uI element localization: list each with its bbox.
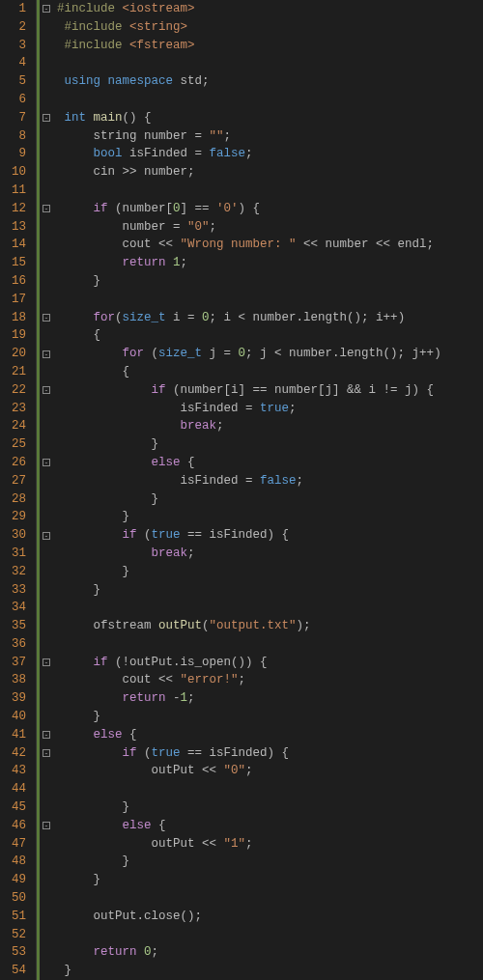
code-line[interactable] [57,635,483,654]
code-line[interactable]: else { [57,454,483,472]
fold-toggle-icon[interactable]: - [40,109,53,127]
code-line[interactable]: else { [57,726,483,744]
code-content[interactable]: #include <iostream> #include <string> #i… [53,0,483,980]
code-line[interactable]: { [57,326,483,345]
fold-spacer [40,182,53,200]
code-line[interactable]: if (!outPut.is_open()) { [57,654,483,672]
code-line[interactable] [57,91,483,109]
line-number: 51 [0,908,26,926]
code-token: ( [137,746,152,760]
code-token: cout << [57,673,181,686]
fold-toggle-icon[interactable]: - [40,345,53,363]
code-line[interactable]: using namespace std; [57,72,483,91]
code-line[interactable]: } [57,272,483,291]
fold-toggle-icon[interactable]: - [40,817,53,835]
code-line[interactable] [57,54,483,72]
code-line[interactable]: break; [57,417,483,435]
fold-toggle-icon[interactable]: - [40,0,53,18]
code-token: ; i < number.length(); i++) [210,311,406,324]
code-line[interactable] [57,599,483,617]
code-line[interactable]: } [57,798,483,817]
code-token: 0 [173,202,181,215]
code-token [57,945,94,959]
code-line[interactable]: } [57,708,483,726]
line-number: 27 [0,472,26,490]
fold-toggle-icon[interactable]: - [40,654,53,672]
fold-toggle-icon[interactable]: - [40,526,53,545]
code-token [57,202,94,215]
fold-spacer [40,417,53,435]
code-line[interactable]: } [57,563,483,581]
line-number: 53 [0,943,26,962]
code-token: for [123,347,145,360]
code-token [57,819,123,832]
line-number: 19 [0,326,26,345]
code-line[interactable]: bool isFinded = false; [57,145,483,163]
code-line[interactable] [57,780,483,798]
code-line[interactable]: outPut.close(); [57,908,483,926]
code-line[interactable]: outPut << "1"; [57,835,483,854]
code-token: 0 [144,945,152,959]
fold-spacer [40,435,53,454]
code-line[interactable]: if (true == isFinded) { [57,744,483,763]
code-line[interactable]: return -1; [57,689,483,708]
fold-spacer [40,72,53,91]
code-line[interactable]: cout << "error!"; [57,671,483,689]
line-number: 16 [0,272,26,291]
code-line[interactable]: } [57,508,483,526]
code-line[interactable]: if (number[0] == '0') { [57,200,483,218]
code-line[interactable]: int main() { [57,109,483,127]
code-token: true [260,402,289,415]
fold-toggle-icon[interactable]: - [40,381,53,400]
fold-toggle-icon[interactable]: - [40,200,53,218]
code-line[interactable]: outPut << "0"; [57,762,483,780]
code-line[interactable]: break; [57,545,483,563]
code-line[interactable] [57,926,483,944]
fold-toggle-icon[interactable]: - [40,726,53,744]
code-line[interactable]: return 1; [57,254,483,272]
fold-spacer [40,254,53,272]
code-token: ; [152,945,159,959]
code-line[interactable]: if (number[i] == number[j] && i != j) { [57,381,483,400]
code-line[interactable]: } [57,871,483,889]
code-token: () { [123,111,152,125]
code-line[interactable]: for (size_t j = 0; j < number.length(); … [57,345,483,363]
code-line[interactable]: if (true == isFinded) { [57,526,483,545]
code-line[interactable]: cout << "Wrong number: " << number << en… [57,236,483,254]
fold-toggle-icon[interactable]: - [40,309,53,327]
code-line[interactable]: } [57,853,483,871]
code-line[interactable]: #include <string> [57,18,483,37]
code-line[interactable]: else { [57,817,483,835]
code-line[interactable]: #include <iostream> [57,0,483,18]
code-line[interactable]: cin >> number; [57,163,483,182]
code-line[interactable]: } [57,962,483,980]
fold-spacer [40,889,53,908]
code-token: break [152,546,188,560]
line-number: 29 [0,508,26,526]
line-number: 28 [0,490,26,509]
line-number: 32 [0,563,26,581]
code-token [57,728,94,742]
code-line[interactable]: } [57,435,483,454]
code-line[interactable]: number = "0"; [57,218,483,237]
code-token [57,147,94,160]
code-token: else [152,456,181,469]
code-line[interactable]: return 0; [57,943,483,962]
code-line[interactable]: ofstream outPut("output.txt"); [57,617,483,635]
code-token: if [123,528,137,542]
fold-column: ------------ [40,0,53,980]
code-line[interactable]: #include <fstream> [57,37,483,55]
fold-toggle-icon[interactable]: - [40,744,53,763]
code-line[interactable] [57,889,483,908]
code-line[interactable]: { [57,363,483,381]
code-line[interactable]: string number = ""; [57,127,483,146]
code-line[interactable]: } [57,581,483,600]
code-line[interactable]: isFinded = true; [57,400,483,418]
code-token [57,39,65,52]
fold-toggle-icon[interactable]: - [40,454,53,472]
code-line[interactable] [57,182,483,200]
code-line[interactable]: isFinded = false; [57,472,483,490]
code-line[interactable]: for(size_t i = 0; i < number.length(); i… [57,309,483,327]
code-line[interactable]: } [57,490,483,509]
code-line[interactable] [57,291,483,309]
